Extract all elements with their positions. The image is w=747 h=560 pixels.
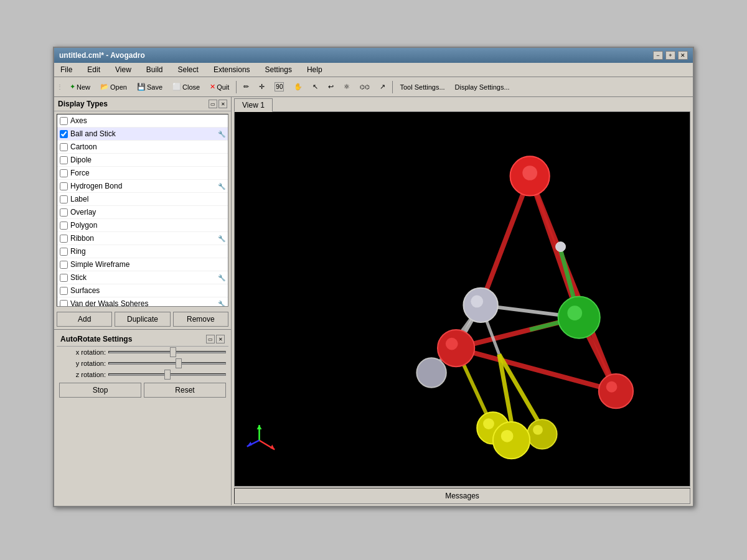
duplicate-button[interactable]: Duplicate	[115, 312, 170, 327]
ribbon-settings-icon[interactable]: 🔧	[218, 235, 225, 242]
display-item-surfaces[interactable]: Surfaces	[57, 284, 228, 297]
display-item-ball-and-stick[interactable]: Ball and Stick 🔧	[57, 128, 228, 141]
display-item-simple-wireframe[interactable]: Simple Wireframe	[57, 258, 228, 271]
tool-settings-button[interactable]: Tool Settings...	[395, 79, 449, 95]
overlay-checkbox[interactable]	[60, 208, 68, 217]
minimize-button[interactable]: −	[653, 51, 663, 60]
window-title: untitled.cml* - Avogadro	[59, 51, 145, 60]
display-item-force[interactable]: Force	[57, 167, 228, 180]
ball-and-stick-checkbox[interactable]	[60, 130, 68, 138]
display-item-cartoon[interactable]: Cartoon	[57, 141, 228, 154]
open-button[interactable]: 📂 Open	[96, 79, 131, 95]
surfaces-checkbox[interactable]	[60, 287, 68, 295]
select-tool[interactable]: ↖	[308, 79, 322, 95]
display-item-overlay[interactable]: Overlay	[57, 206, 228, 219]
messages-bar: Messages	[234, 488, 690, 504]
display-item-ring[interactable]: Ring	[57, 245, 228, 258]
menu-view[interactable]: View	[111, 64, 135, 75]
axes-checkbox[interactable]	[60, 117, 68, 125]
y-rotation-track[interactable]	[108, 362, 226, 365]
stop-button[interactable]: Stop	[59, 383, 141, 398]
save-button[interactable]: 💾 Save	[133, 79, 167, 95]
autorotate-restore-button[interactable]: ▭	[206, 335, 215, 343]
svg-point-30	[533, 425, 543, 435]
measure-tool[interactable]: ⌬⌬	[355, 79, 374, 95]
add-button[interactable]: Add	[57, 312, 112, 327]
stick-settings-icon[interactable]: 🔧	[218, 274, 225, 281]
cartoon-label: Cartoon	[70, 142, 225, 151]
display-item-axes[interactable]: Axes	[57, 114, 228, 128]
draw-tool[interactable]: ✏	[239, 79, 253, 95]
simple-wireframe-checkbox[interactable]	[60, 261, 68, 269]
panel-close-button[interactable]: ✕	[218, 100, 227, 108]
y-rotation-thumb[interactable]	[176, 358, 182, 368]
menu-file[interactable]: File	[57, 64, 76, 75]
angle-tool[interactable]: 90	[270, 79, 288, 95]
menu-select[interactable]: Select	[174, 64, 202, 75]
stick-checkbox[interactable]	[60, 274, 68, 282]
hydrogen-bond-checkbox[interactable]	[60, 182, 68, 190]
svg-rect-0	[235, 127, 690, 471]
quit-button[interactable]: ✕ Quit	[205, 79, 233, 95]
display-item-van-der-waals[interactable]: Van der Waals Spheres 🔧	[57, 297, 228, 307]
view-tab-1[interactable]: View 1	[234, 98, 273, 112]
panel-restore-button[interactable]: ▭	[209, 100, 217, 108]
maximize-button[interactable]: +	[665, 51, 675, 60]
navigate-tool[interactable]: ✛	[255, 79, 269, 95]
display-item-label[interactable]: Label	[57, 193, 228, 206]
display-item-dipole[interactable]: Dipole	[57, 154, 228, 167]
van-der-waals-settings-icon[interactable]: 🔧	[218, 301, 225, 307]
hand-tool[interactable]: ✋	[289, 79, 307, 95]
undo-tool[interactable]: ↩	[324, 79, 338, 95]
menu-settings[interactable]: Settings	[261, 64, 296, 75]
menu-bar: File Edit View Build Select Extensions S…	[54, 63, 693, 77]
ring-checkbox[interactable]	[60, 248, 68, 256]
x-rotation-track[interactable]	[108, 351, 226, 353]
force-checkbox[interactable]	[60, 169, 68, 177]
toolbar: ⋮ ✦ New 📂 Open 💾 Save ⬜ Close ✕ Quit ✏ ✛…	[54, 77, 693, 97]
messages-label: Messages	[445, 492, 479, 500]
autorotate-title: AutoRotate Settings	[60, 335, 132, 343]
right-panel: View 1	[232, 97, 693, 505]
display-item-stick[interactable]: Stick 🔧	[57, 271, 228, 284]
extra-icon: ↗	[380, 83, 385, 91]
view-tabs: View 1	[232, 97, 693, 111]
close-file-button[interactable]: ⬜ Close	[168, 79, 204, 95]
remove-button[interactable]: Remove	[173, 312, 228, 327]
new-button[interactable]: ✦ New	[65, 79, 95, 95]
ball-and-stick-settings-icon[interactable]: 🔧	[218, 131, 225, 138]
label-checkbox[interactable]	[60, 195, 68, 203]
x-rotation-thumb[interactable]	[170, 347, 176, 357]
display-item-ribbon[interactable]: Ribbon 🔧	[57, 232, 228, 245]
close-button[interactable]: ✕	[678, 51, 688, 60]
svg-point-24	[446, 338, 458, 350]
dipole-label: Dipole	[70, 156, 225, 164]
x-rotation-row: x rotation:	[57, 347, 228, 358]
display-item-polygon[interactable]: Polygon	[57, 219, 228, 232]
z-rotation-track[interactable]	[108, 373, 226, 376]
viewport[interactable]	[234, 111, 690, 487]
van-der-waals-checkbox[interactable]	[60, 300, 68, 307]
cartoon-checkbox[interactable]	[60, 143, 68, 151]
menu-edit[interactable]: Edit	[83, 64, 104, 75]
menu-help[interactable]: Help	[303, 64, 326, 75]
extra-tool[interactable]: ↗	[375, 79, 390, 95]
display-item-hydrogen-bond[interactable]: Hydrogen Bond 🔧	[57, 180, 228, 193]
ribbon-checkbox[interactable]	[60, 235, 68, 243]
dipole-checkbox[interactable]	[60, 156, 68, 164]
svg-point-33	[556, 242, 566, 252]
menu-extensions[interactable]: Extensions	[210, 64, 254, 75]
autorotate-close-button[interactable]: ✕	[216, 335, 225, 343]
display-settings-button[interactable]: Display Settings...	[451, 79, 514, 95]
axes-label: Axes	[70, 116, 225, 125]
z-rotation-thumb[interactable]	[164, 370, 171, 380]
hand-icon: ✋	[294, 83, 303, 91]
reset-button[interactable]: Reset	[144, 383, 226, 398]
ribbon-label: Ribbon	[70, 234, 215, 243]
menu-build[interactable]: Build	[143, 64, 167, 75]
atom-tool[interactable]: ⚛	[339, 79, 354, 95]
hydrogen-bond-settings-icon[interactable]: 🔧	[218, 183, 225, 190]
overlay-label: Overlay	[70, 208, 225, 217]
polygon-checkbox[interactable]	[60, 222, 68, 230]
display-types-title: Display Types	[58, 100, 108, 108]
